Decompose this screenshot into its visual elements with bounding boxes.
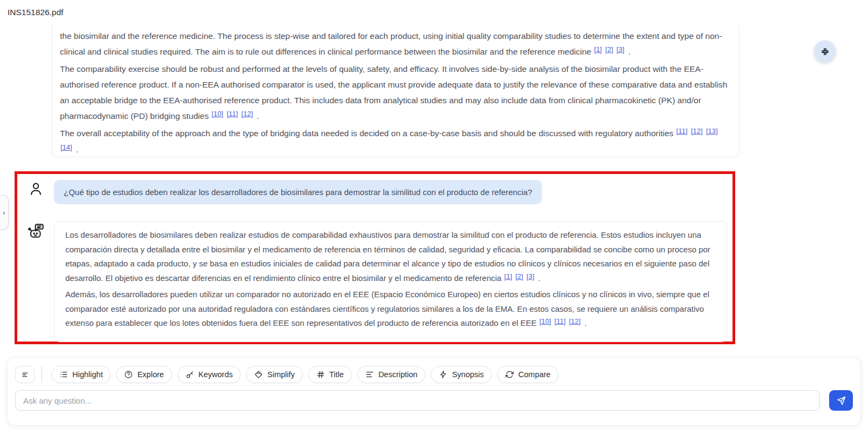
tool-label: Compare (518, 370, 551, 379)
citation-link[interactable]: [2] (605, 45, 613, 53)
synopsis-icon (439, 370, 447, 379)
compare-icon (505, 370, 514, 379)
simplify-icon (254, 370, 263, 379)
person-icon (29, 182, 43, 196)
quick-actions-toolbar: HighlightExploreKeywordsSimplifyTitleDes… (15, 366, 853, 383)
titlebar: INS151826.pdf (0, 0, 868, 25)
document-text: the biosimilar and the reference medicin… (60, 28, 730, 157)
assistant-answer-card: Los desarrolladores de biosimilares debe… (54, 221, 727, 342)
sidebar-expand-tab[interactable]: › (0, 195, 9, 230)
send-icon (836, 396, 846, 406)
tool-synopsis-button[interactable]: Synopsis (431, 366, 492, 383)
text-lines-icon (21, 371, 29, 379)
toolbar-divider (42, 366, 42, 383)
composer-row (15, 390, 853, 411)
keywords-icon (186, 370, 194, 379)
tool-description-button[interactable]: Description (357, 366, 426, 383)
user-question-bubble: ¿Qué tipo de estudios deben realizar los… (54, 180, 542, 204)
citation-link[interactable]: [11] (227, 110, 238, 118)
sentence-period: . (628, 47, 630, 56)
chat-highlight-region: ¿Qué tipo de estudios deben realizar los… (15, 171, 735, 344)
tool-pill-group: HighlightExploreKeywordsSimplifyTitleDes… (51, 366, 559, 383)
citation-link[interactable]: [12] (241, 110, 253, 118)
sentence-period: . (76, 145, 78, 154)
chevron-right-icon: › (3, 209, 5, 216)
tool-label: Description (378, 370, 418, 379)
tool-label: Simplify (267, 370, 295, 379)
assistant-answer-text: Los desarrolladores de biosimilares debe… (65, 228, 716, 331)
title-icon (316, 370, 325, 379)
citation-link[interactable]: [14] (60, 143, 72, 151)
paragraph: the biosimilar and the reference medicin… (60, 28, 730, 60)
citation-link[interactable]: [1] (504, 272, 512, 280)
collapse-view-button[interactable] (814, 41, 836, 62)
assistant-message-row: Los desarrolladores de biosimilares debe… (17, 221, 733, 342)
sentence-period: . (538, 273, 540, 283)
tool-compare-button[interactable]: Compare (497, 366, 559, 383)
composer-panel: HighlightExploreKeywordsSimplifyTitleDes… (7, 357, 861, 426)
citation-link[interactable]: [3] (526, 272, 534, 280)
citation-link[interactable]: [11] (554, 317, 566, 325)
tool-title-button[interactable]: Title (308, 366, 352, 383)
citation-link[interactable]: [13] (706, 127, 718, 135)
robot-icon (27, 223, 45, 240)
citation-link[interactable]: [3] (616, 45, 624, 53)
explore-icon (124, 370, 133, 379)
paragraph-text: Los desarrolladores de biosimilares debe… (65, 230, 710, 283)
bot-avatar-gutter (17, 221, 54, 240)
paragraph: The overall acceptability of the approac… (60, 125, 730, 157)
description-icon (365, 370, 374, 379)
citation-link[interactable]: [11] (676, 127, 688, 135)
send-button[interactable] (829, 390, 853, 411)
paragraph: Los desarrolladores de biosimilares debe… (65, 228, 716, 286)
tool-label: Title (329, 370, 344, 379)
citation-link[interactable]: [12] (691, 127, 703, 135)
citation-link[interactable]: [10] (539, 317, 551, 325)
question-input[interactable] (15, 390, 820, 411)
paragraph-text: The comparability exercise should be rob… (60, 64, 727, 121)
citation-link[interactable]: [10] (212, 110, 223, 118)
paragraph: The comparability exercise should be rob… (60, 61, 730, 124)
user-message-row: ¿Qué tipo de estudios deben realizar los… (17, 180, 733, 204)
tool-label: Synopsis (452, 370, 484, 379)
citation-link[interactable]: [2] (516, 272, 523, 280)
paragraph-text: Además, los desarrolladores pueden utili… (65, 290, 709, 327)
text-options-button[interactable] (15, 366, 35, 383)
user-avatar-gutter (17, 180, 54, 196)
tool-keywords-button[interactable]: Keywords (178, 366, 241, 383)
tool-label: Highlight (72, 370, 103, 379)
highlight-icon (59, 370, 68, 379)
citation-link[interactable]: [1] (594, 45, 602, 53)
collapse-icon (820, 46, 830, 57)
citation-link[interactable]: [12] (569, 317, 581, 325)
paragraph: Además, los desarrolladores pueden utili… (65, 287, 716, 331)
paragraph-text: The overall acceptability of the approac… (60, 129, 674, 138)
tool-simplify-button[interactable]: Simplify (246, 366, 303, 383)
document-title: INS151826.pdf (8, 8, 63, 17)
document-excerpt-panel: the biosimilar and the reference medicin… (52, 25, 740, 157)
tool-label: Explore (137, 370, 164, 379)
tool-explore-button[interactable]: Explore (116, 366, 172, 383)
tool-highlight-button[interactable]: Highlight (51, 366, 111, 383)
tool-label: Keywords (199, 370, 233, 379)
sentence-period: . (585, 318, 587, 327)
sentence-period: . (257, 111, 259, 121)
